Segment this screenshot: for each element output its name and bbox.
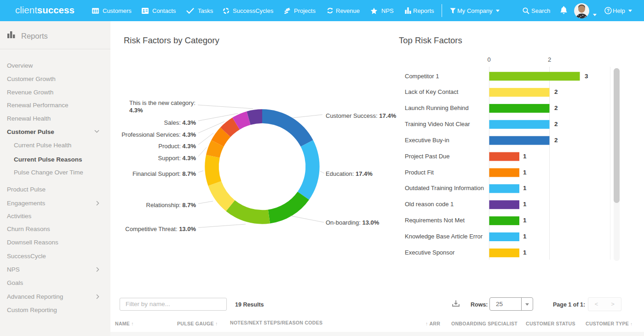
svg-text:2: 2 [548, 56, 551, 63]
svg-text:0: 0 [487, 56, 490, 63]
svg-text:?: ? [607, 8, 610, 13]
